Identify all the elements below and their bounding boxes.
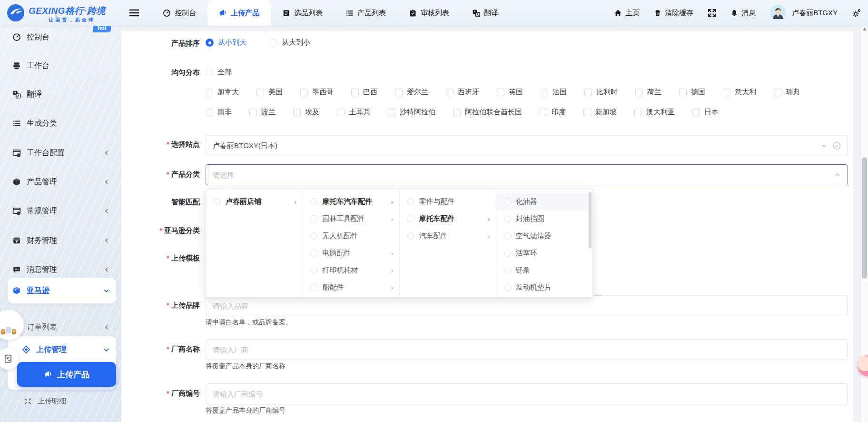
sidebar-item-workbench[interactable]: 工作台 bbox=[0, 56, 121, 75]
cascader-option[interactable]: 汽车配件› bbox=[400, 227, 496, 244]
category-select[interactable] bbox=[206, 164, 848, 185]
cascader-scrollbar[interactable] bbox=[589, 192, 592, 248]
country-checkbox[interactable]: 沙特阿拉伯 bbox=[388, 108, 435, 117]
radio-desc[interactable]: 从大到小 bbox=[269, 38, 310, 47]
tab-selection-list[interactable]: 选品列表 bbox=[271, 0, 334, 26]
upload-template-label: 上传模板 bbox=[128, 254, 200, 263]
manufacturer-name-input[interactable] bbox=[213, 346, 841, 354]
settings-gears-icon[interactable] bbox=[852, 8, 861, 18]
country-checkbox[interactable]: 英国 bbox=[497, 88, 523, 97]
chevron-up-icon[interactable] bbox=[834, 171, 841, 178]
checkbox-box bbox=[337, 109, 345, 116]
sidebar-item-workbench-config[interactable]: 工作台配置 bbox=[0, 143, 121, 162]
chevron-right-icon: › bbox=[391, 198, 394, 206]
country-checkbox[interactable]: 新加坡 bbox=[583, 108, 617, 117]
messages-button[interactable]: 消息 bbox=[730, 9, 756, 18]
home-button[interactable]: 主页 bbox=[614, 9, 640, 18]
country-checkbox[interactable]: 加拿大 bbox=[206, 88, 239, 97]
sidebar-item-finance-management[interactable]: 财务管理 bbox=[0, 231, 121, 250]
scroll-up-arrow[interactable] bbox=[863, 28, 867, 30]
country-checkbox[interactable]: 阿拉伯联合酋长国 bbox=[453, 108, 522, 117]
country-checkbox[interactable]: 波兰 bbox=[249, 108, 276, 117]
country-checkbox[interactable]: 巴西 bbox=[351, 88, 377, 97]
cascader-option[interactable]: 摩托车配件› bbox=[400, 210, 496, 227]
user-avatar bbox=[770, 5, 786, 21]
cascader-option[interactable]: 无人机配件 bbox=[303, 227, 399, 244]
tab-label: 审核列表 bbox=[421, 9, 449, 18]
cascader-option[interactable]: 活塞环 bbox=[496, 244, 592, 261]
smart-match-label: 智能匹配 bbox=[128, 198, 200, 207]
scrollbar-thumb[interactable] bbox=[862, 157, 867, 279]
country-checkbox[interactable]: 土耳其 bbox=[337, 108, 370, 117]
radio-circle[interactable] bbox=[214, 198, 221, 205]
fullscreen-button[interactable] bbox=[708, 9, 716, 17]
cascader-option[interactable]: 链条 bbox=[496, 261, 592, 279]
sidebar-item-label: 上传管理 bbox=[36, 345, 67, 355]
site-select[interactable] bbox=[206, 135, 848, 156]
cascader-option[interactable]: 船配件› bbox=[303, 279, 399, 296]
sidebar-item-console[interactable]: 控制台 hot bbox=[0, 28, 121, 47]
checkbox-box bbox=[540, 109, 547, 116]
user-menu[interactable]: 卢春丽BTGXY bbox=[770, 5, 838, 21]
country-checkbox[interactable]: 南非 bbox=[206, 108, 232, 117]
radio-asc[interactable]: 从小到大 bbox=[206, 38, 247, 47]
cascader-option[interactable]: 化油器 bbox=[496, 193, 592, 210]
menu-toggle-icon[interactable] bbox=[128, 7, 140, 19]
send-diamond-icon bbox=[22, 345, 30, 354]
cascader-option[interactable]: 发动机垫片 bbox=[496, 279, 592, 296]
manufacturer-code-input[interactable] bbox=[213, 390, 841, 398]
country-checkbox[interactable]: 美国 bbox=[256, 88, 283, 97]
megaphone-icon bbox=[219, 9, 227, 17]
country-checkbox[interactable]: 印度 bbox=[540, 108, 566, 117]
sidebar-item-upload-detail[interactable]: 上传明细 bbox=[0, 392, 121, 411]
country-checkbox[interactable]: 爱尔兰 bbox=[395, 88, 428, 97]
chevron-down-icon[interactable] bbox=[821, 142, 828, 149]
sidebar-item-amazon[interactable]: 亚马逊 bbox=[0, 281, 121, 300]
cascader-option[interactable]: 卢春丽店铺 › bbox=[206, 193, 302, 210]
distribution-label: 均匀分布 bbox=[128, 68, 200, 77]
country-checkbox[interactable]: 澳大利亚 bbox=[634, 108, 675, 117]
sidebar-item-general-management[interactable]: 常规管理 bbox=[0, 201, 121, 221]
sidebar-item-message-management[interactable]: 消息管理 bbox=[0, 260, 121, 279]
sidebar-item-product-management[interactable]: 产品管理 bbox=[0, 172, 121, 191]
sidebar-item-translate[interactable]: 翻译 bbox=[0, 85, 121, 104]
chevron-left-icon bbox=[104, 238, 109, 243]
floating-avatar-peek[interactable] bbox=[858, 355, 868, 376]
cascader-option[interactable]: 电脑配件› bbox=[303, 244, 399, 261]
tab-label: 产品列表 bbox=[357, 9, 386, 18]
countries-row-1: 加拿大美国墨西哥巴西爱尔兰西班牙英国法国比利时荷兰德国意大利瑞典 bbox=[206, 88, 800, 97]
country-checkbox[interactable]: 比利时 bbox=[584, 88, 618, 97]
home-icon bbox=[614, 9, 622, 17]
cascader-option[interactable]: 封油挡圈 bbox=[496, 210, 592, 227]
country-checkbox[interactable]: 法国 bbox=[541, 88, 567, 97]
cascader-option[interactable]: 摩托车汽车配件› bbox=[303, 193, 399, 210]
country-checkbox[interactable]: 瑞典 bbox=[774, 88, 800, 97]
tab-review-list[interactable]: 审核列表 bbox=[397, 0, 461, 26]
country-checkbox[interactable]: 德国 bbox=[679, 88, 705, 97]
country-checkbox[interactable]: 西班牙 bbox=[446, 88, 479, 97]
tab-product-list[interactable]: 产品列表 bbox=[334, 0, 397, 26]
site-select-value[interactable] bbox=[213, 142, 821, 150]
category-select-input[interactable] bbox=[213, 171, 834, 179]
country-checkbox[interactable]: 日本 bbox=[692, 108, 719, 117]
country-checkbox[interactable]: 埃及 bbox=[293, 108, 319, 117]
tab-upload-product[interactable]: 上传产品 bbox=[207, 0, 271, 26]
country-checkbox[interactable]: 荷兰 bbox=[635, 88, 661, 97]
clear-cache-button[interactable]: 清除缓存 bbox=[654, 9, 693, 18]
sidebar-item-generate-category[interactable]: 生成分类 bbox=[0, 114, 121, 133]
cascader-option[interactable]: 空气滤清器 bbox=[496, 227, 592, 244]
brand-hint: 请申请白名单，或品牌备案。 bbox=[206, 318, 292, 327]
all-checkbox[interactable]: 全部 bbox=[206, 68, 232, 77]
brand-input[interactable] bbox=[213, 302, 841, 310]
tab-translate[interactable]: 翻译 bbox=[461, 0, 510, 26]
cascader-option[interactable]: 打印机耗材› bbox=[303, 261, 399, 279]
topbar: GEXING格行·跨境 让国货，卖全球 控制台 上传产品 选品列表 产品列表 bbox=[0, 0, 868, 26]
sidebar-item-label: 消息管理 bbox=[27, 265, 57, 275]
country-checkbox[interactable]: 意大利 bbox=[723, 88, 756, 97]
sidebar-item-upload-product-active[interactable]: 上传产品 bbox=[17, 362, 116, 387]
cascader-option[interactable]: 园林工具配件› bbox=[303, 210, 399, 227]
cascader-option[interactable]: 零件与配件 bbox=[400, 193, 496, 210]
country-checkbox[interactable]: 墨西哥 bbox=[300, 88, 334, 97]
tab-console[interactable]: 控制台 bbox=[151, 0, 207, 26]
megaphone-icon bbox=[44, 370, 52, 379]
